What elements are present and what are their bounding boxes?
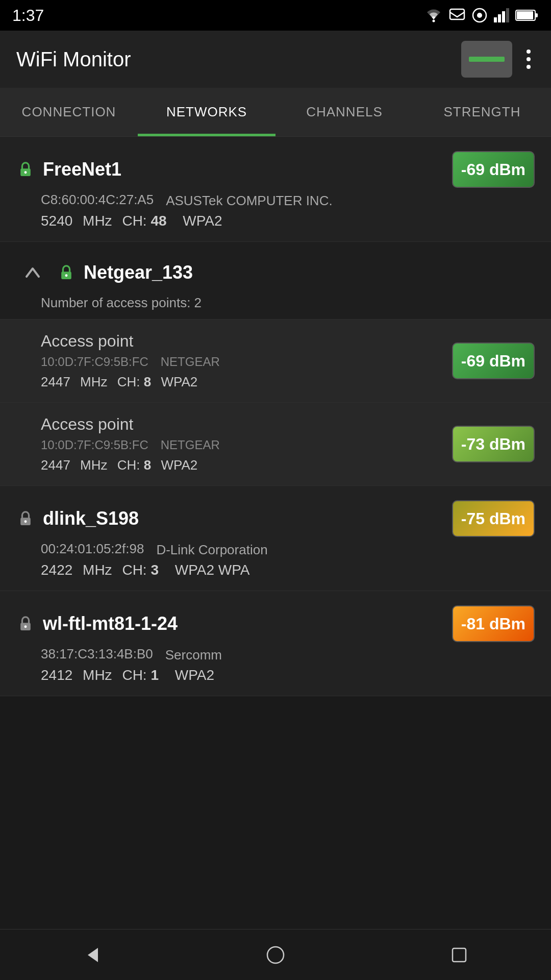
- network-freenet1: FreeNet1 -69 dBm C8:60:00:4C:27:A5 ASUST…: [0, 137, 551, 242]
- dlink-ch: CH: 3: [122, 562, 165, 578]
- ap1-ch: CH: 8: [117, 374, 151, 389]
- wlftl-freq: 2412 MHz: [41, 667, 112, 683]
- expand-netgear133-button[interactable]: [16, 256, 49, 289]
- wlftl-header: wl-ftl-mt81-1-24 -81 dBm: [0, 591, 551, 646]
- dlink-signal: -75 dBm: [452, 500, 535, 537]
- svg-rect-5: [498, 14, 501, 22]
- tab-strength[interactable]: STRENGTH: [413, 88, 551, 136]
- network-netgear133: Netgear_133 Number of access points: 2 A…: [0, 242, 551, 486]
- dlink-security: WPA2 WPA: [175, 562, 250, 578]
- freenet1-security: WPA2: [183, 213, 222, 229]
- ap1-security: WPA2: [161, 374, 197, 389]
- ap1-vendor: NETGEAR: [161, 355, 220, 369]
- svg-point-3: [477, 13, 482, 18]
- freenet1-details: 5240 MHz CH: 48 WPA2: [41, 213, 535, 229]
- dlink-header: dlink_S198 -75 dBm: [0, 486, 551, 541]
- wlftl-vendor: Sercomm: [165, 647, 222, 663]
- lock-icon: [16, 509, 35, 528]
- svg-marker-19: [88, 948, 98, 962]
- network-freenet1-header: FreeNet1 -69 dBm: [0, 137, 551, 192]
- ap1-name: Access point: [41, 332, 452, 351]
- status-time: 1:37: [12, 6, 44, 25]
- battery-icon: [515, 9, 539, 22]
- ap1-signal: -69 dBm: [452, 342, 535, 379]
- svg-point-14: [65, 274, 68, 277]
- ap2-details: 2447 MHz CH: 8 WPA2: [41, 457, 452, 473]
- back-icon: [82, 945, 102, 965]
- notification-icon: [449, 7, 465, 23]
- lock-icon: [57, 263, 76, 282]
- dlink-name: dlink_S198: [43, 508, 139, 529]
- recents-icon: [450, 946, 468, 964]
- status-bar: 1:37: [0, 0, 551, 31]
- svg-rect-7: [506, 8, 509, 22]
- wlftl-name: wl-ftl-mt81-1-24: [43, 613, 178, 634]
- network-bar-icon: [469, 57, 505, 62]
- svg-rect-4: [494, 17, 497, 22]
- ap2-mac: 10:0D:7F:C9:5B:FC: [41, 438, 148, 452]
- ap2-info: Access point 10:0D:7F:C9:5B:FC NETGEAR 2…: [41, 415, 452, 473]
- svg-rect-21: [453, 948, 466, 962]
- freenet1-ch: CH: 48: [122, 213, 172, 229]
- more-options-button[interactable]: [522, 45, 535, 73]
- dlink-vendor: D-Link Corporation: [156, 542, 267, 558]
- ap2-ch: CH: 8: [117, 457, 151, 473]
- wlftl-ch: CH: 1: [122, 667, 165, 683]
- ap1-freq: 2447 MHz: [41, 374, 108, 389]
- back-button[interactable]: [71, 935, 112, 975]
- ap2-signal: -73 dBm: [452, 426, 535, 462]
- svg-point-16: [24, 520, 27, 523]
- lock-icon: [16, 160, 35, 179]
- ap1-details: 2447 MHz CH: 8 WPA2: [41, 374, 452, 390]
- ap1-mac: 10:0D:7F:C9:5B:FC: [41, 355, 148, 369]
- chevron-up-icon: [22, 262, 43, 283]
- svg-point-0: [433, 20, 435, 22]
- freenet1-freq: 5240 MHz: [41, 213, 112, 229]
- svg-point-12: [24, 171, 27, 174]
- svg-point-18: [24, 625, 27, 628]
- sync-icon: [471, 7, 488, 23]
- wlftl-security: WPA2: [175, 667, 214, 683]
- app-bar: WiFi Monitor: [0, 31, 551, 88]
- ap2-name: Access point: [41, 415, 452, 434]
- tab-networks[interactable]: NETWORKS: [138, 88, 276, 136]
- network-freenet1-name: FreeNet1: [43, 159, 121, 180]
- access-point-1: Access point 10:0D:7F:C9:5B:FC NETGEAR 2…: [0, 319, 551, 402]
- access-point-2: Access point 10:0D:7F:C9:5B:FC NETGEAR 2…: [0, 402, 551, 485]
- bottom-navigation: [0, 929, 551, 980]
- home-icon: [266, 946, 285, 964]
- network-freenet1-meta: C8:60:00:4C:27:A5 ASUSTek COMPUTER INC. …: [0, 192, 551, 241]
- netgear133-name: Netgear_133: [84, 262, 193, 283]
- home-button[interactable]: [255, 935, 296, 975]
- lock-icon: [16, 615, 35, 633]
- app-title: WiFi Monitor: [16, 48, 131, 71]
- tab-connection[interactable]: CONNECTION: [0, 88, 138, 136]
- recents-button[interactable]: [439, 935, 480, 975]
- network-freenet1-signal: -69 dBm: [452, 151, 535, 188]
- svg-point-20: [267, 947, 284, 963]
- ap2-vendor: NETGEAR: [161, 438, 220, 452]
- netgear133-ap-count: Number of access points: 2: [0, 293, 551, 319]
- tab-channels[interactable]: CHANNELS: [276, 88, 413, 136]
- network-display-button[interactable]: [461, 41, 512, 78]
- dlink-meta: 00:24:01:05:2f:98 D-Link Corporation 242…: [0, 541, 551, 591]
- wlftl-meta: 38:17:C3:13:4B:B0 Sercomm 2412 MHz CH: 1…: [0, 646, 551, 696]
- wifi-status-icon: [424, 8, 443, 22]
- ap1-info: Access point 10:0D:7F:C9:5B:FC NETGEAR 2…: [41, 332, 452, 390]
- dlink-freq: 2422 MHz: [41, 562, 112, 578]
- dlink-details: 2422 MHz CH: 3 WPA2 WPA: [41, 562, 535, 578]
- signal-icon: [494, 8, 509, 22]
- freenet1-vendor: ASUSTek COMPUTER INC.: [166, 193, 333, 209]
- svg-rect-6: [502, 11, 505, 22]
- ap2-freq: 2447 MHz: [41, 457, 108, 473]
- ap2-security: WPA2: [161, 457, 197, 473]
- network-wl-ftl: wl-ftl-mt81-1-24 -81 dBm 38:17:C3:13:4B:…: [0, 591, 551, 696]
- svg-rect-10: [535, 13, 538, 17]
- freenet1-mac: C8:60:00:4C:27:A5: [41, 192, 154, 208]
- status-icons: [424, 7, 539, 23]
- networks-content: FreeNet1 -69 dBm C8:60:00:4C:27:A5 ASUST…: [0, 137, 551, 696]
- network-dlink: dlink_S198 -75 dBm 00:24:01:05:2f:98 D-L…: [0, 486, 551, 591]
- netgear133-header: Netgear_133: [0, 242, 551, 293]
- app-bar-actions: [461, 41, 535, 78]
- wlftl-signal: -81 dBm: [452, 605, 535, 642]
